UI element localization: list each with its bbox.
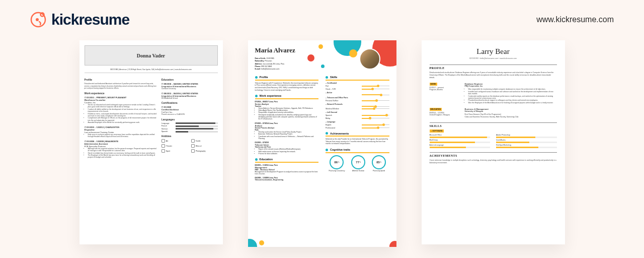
brand-text: kickresume [51, 11, 129, 28]
resume2-skill-group: – Telecom and Office Parts [326, 97, 389, 99]
resume3-work-h: WORK [430, 83, 437, 86]
resume3-soft-h: – SOFTWARE [430, 130, 444, 133]
resume2-edu-degree2: Telecommunications, Engineering [255, 179, 319, 181]
resume2-skill: English [326, 124, 389, 126]
resume3-profile-h: PROFILE [430, 64, 557, 70]
resume1-hobby: Theater [162, 144, 188, 148]
resume2-avatar [359, 48, 380, 70]
resume2-profile-h: Profile [260, 76, 268, 79]
animal-icon [30, 12, 46, 28]
resume2-achieve: Selected as the only Provider for an Int… [326, 138, 389, 145]
resume2-skill: Professional [326, 127, 389, 129]
resume2-skill: Wireless/Wireline [326, 108, 389, 110]
resume2-cog-h: Cognitive traits [330, 148, 350, 151]
resume2-job: 07/2014 – 08/2017 Lima, PerúSenior Analy… [255, 101, 319, 120]
resume2-skill: Spanish [326, 114, 389, 116]
resume2-skill: Perl [326, 85, 389, 87]
resume2-contact: Date of birth: 12/4/1985Nationality: Per… [255, 57, 295, 71]
resume2-skill-group: – Active [326, 92, 389, 94]
resume-template-2: María Alvarez Date of birth: 12/4/1985Na… [248, 40, 396, 247]
resume3-edu-note2: Clubs and Societies: Economics Society, … [465, 116, 557, 118]
resume3-contact: 02/25/1992 • hello@kickresume.com • www.… [430, 57, 557, 59]
resume2-skill-group: – Network Protocols [326, 103, 389, 105]
resume3-skill: MailChimp [430, 139, 491, 143]
resume3-skill: QuickBooks [496, 139, 557, 143]
resume3-skill: Adobe Photoshop [496, 134, 557, 138]
resume1-profile: Data-directed and dedicated Assistant ar… [85, 83, 157, 90]
svg-point-2 [36, 18, 39, 21]
resume2-skill-group: – Certificated [326, 82, 389, 84]
resume3-bullet: Conducted weekly reports on the database… [468, 95, 557, 100]
resume1-cert: ☐ 01/2020Certified ArchitectCerCert, Inc… [162, 106, 218, 116]
resume-template-3: Larry Bear 02/25/1992 • hello@kickresume… [422, 40, 565, 244]
resume3-skill: AdverseLanguage [430, 144, 491, 148]
resume1-job: ☐ 01/2008 – 12/2009 | BEAUMONTEAdministr… [85, 140, 157, 159]
resume1-header: Donna Vader [85, 45, 218, 66]
resume1-hobby: Textile [191, 139, 218, 143]
resume1-name: Donna Vader [137, 53, 165, 58]
resume1-hobby: Sport [162, 149, 188, 153]
resume1-cert-h: Certifications [162, 101, 218, 104]
resume2-name: María Alvarez [255, 46, 295, 54]
resume2-job: 07/2010 – 07/2014 Lima, PerúAnalystSenio… [255, 122, 319, 140]
resume1-hobby: Art [162, 139, 188, 143]
resume3-name: Larry Bear [430, 47, 557, 56]
resume1-lang-h: Languages [162, 118, 218, 121]
resume1-hobby: Hike art [191, 144, 218, 148]
resume1-hobby: Photography [191, 149, 218, 153]
resume3-ach: I have extensive knowledge in multiple d… [430, 159, 557, 164]
resume1-job: ☐ 01/2010 – 12/2012 | CHARLESTONDispatch… [85, 126, 157, 138]
resume3-job-company: PRQ Corporation, Inc. [465, 85, 557, 87]
resume2-skills-h: Skills [330, 76, 337, 79]
resume3-skills-h: SKILLS [430, 122, 557, 127]
resume3-skill: HubSpot Marketing [496, 144, 557, 148]
resume2-skill: Personal Suffice [326, 100, 389, 102]
resume1-profile-h: Profile [85, 78, 157, 81]
resume2-skill-group: – Left Second [326, 111, 389, 113]
resume1-contact: 30/2/1980 | American | 2128 High Street,… [85, 69, 218, 73]
resume3-skill: Microsoft Office [430, 134, 491, 138]
resume1-lang: Language [162, 122, 218, 124]
resume2-gauge: 85%Processing Speed [372, 155, 386, 172]
resume2-job: 01/2010 – 07/2010Telecom InternTelefonic… [255, 142, 319, 155]
resume1-job: ☐ 01/2013 – PRESENT | MOUNT PLEASANTWare… [85, 96, 157, 124]
resume2-edu-note: Management & Development Program to anal… [255, 171, 319, 175]
resume1-hobbies-h: Hobbies [162, 135, 218, 138]
resume-templates: Donna Vader 30/2/1980 | American | 2128 … [0, 40, 644, 247]
brand-logo: kickresume [30, 11, 129, 28]
resume2-skill-group: – Language [326, 121, 389, 123]
resume3-edu-h: EDUCATION [430, 108, 442, 111]
resume2-gauge: 77%Attention Duration [351, 155, 365, 172]
resume2-skill [326, 106, 389, 107]
resume3-work-loc: Paignant, Austria [430, 89, 460, 91]
resume3-edu-loc: United Kingdom, Glasgow [430, 114, 460, 116]
resume2-gauge: 86%Processing Consistency [329, 155, 345, 172]
resume1-work-h: Work experience [85, 92, 157, 95]
resume1-lang: French [162, 125, 218, 127]
resume1-lang: Spanish [162, 131, 218, 133]
resume2-profile: Telecom Engineer with IT experience. Wor… [255, 82, 319, 91]
resume2-skill [326, 95, 389, 95]
resume3-bullet: Won the Employee of the Month Award once… [468, 102, 557, 104]
resume3-bullet: Installed and configured various hardwar… [468, 91, 557, 95]
resume2-achieve-h: Achievements [330, 132, 349, 135]
resume3-profile: Detail-oriented and results-driven Datab… [430, 72, 557, 79]
resume1-edu: ☐ 09/2018 – 04/2020 | UNITED STATESLingu… [162, 83, 218, 90]
brand-url: www.kickresume.com [536, 15, 614, 24]
resume3-edu-school: University of Glasgow [465, 110, 557, 112]
resume1-lang: German [162, 128, 218, 130]
resume-template-1: Donna Vader 30/2/1980 | American | 2128 … [79, 40, 223, 244]
resume2-edu-h: Education [260, 158, 273, 161]
resume2-skill: Malay [326, 117, 389, 119]
resume3-ach-h: ACHIEVEMENTS [430, 152, 557, 157]
resume2-skill: Cloud – CVE [326, 88, 389, 90]
resume2-work-h: Work experience [260, 94, 282, 97]
resume1-edu: ☐ 09/2013 – 06/2016 | UNITED STATESLingu… [162, 92, 218, 100]
resume1-edu-h: Education [162, 78, 218, 81]
